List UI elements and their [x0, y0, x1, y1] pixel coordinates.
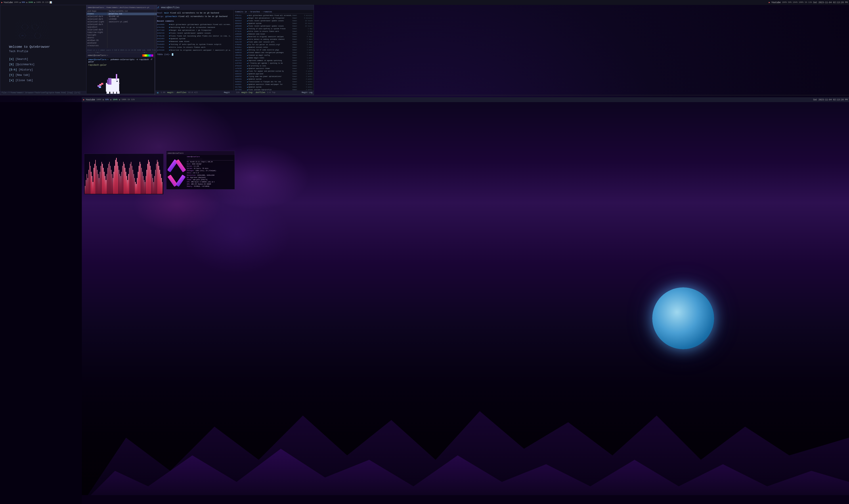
audio-bar-1 — [86, 180, 86, 194]
git-log-commit-0: 4f9c1cc ● main gitea/main github/main Fi… — [235, 14, 312, 17]
app-title-right: Youtube — [771, 1, 781, 4]
top-system-bar-right: ▶ Youtube 100% 59% 104% 100% 1% 11% Sat … — [155, 0, 849, 5]
youtube-icon-left: ▶ — [1, 1, 3, 4]
audio-bar-33 — [113, 172, 114, 194]
qute-menu-newtab[interactable]: [t] [New tab] — [9, 72, 35, 78]
audio-bar-54 — [132, 166, 132, 194]
qute-welcome: Welcome to Qutebrowser — [9, 45, 50, 49]
svg-rect-18 — [82, 495, 849, 504]
git-commit-2: ef0c50d ● Switching back to gh as screen… — [157, 26, 232, 29]
git-log-commit-1: 49b019a ● Ranger dnd optimization + qb f… — [235, 17, 312, 20]
filemanager-titlebar: emmet@snowflare: /home/emmet/.dotfiles/t… — [87, 5, 157, 10]
audio-bar-27 — [108, 164, 109, 194]
bottom-datetime: Sat 2023-11-04 02:13:20 PM — [813, 98, 848, 101]
audio-bar-77 — [152, 174, 152, 194]
audio-bar-34 — [114, 166, 115, 194]
git-log-commit-10: 5a51c50 ● Fixes qemu user session uefi E… — [235, 41, 312, 43]
audio-bar-80 — [154, 176, 155, 194]
fm-item-ubuntu[interactable]: ubuntu — [87, 36, 107, 39]
audio-bar-29 — [110, 166, 111, 194]
audio-bar-18 — [101, 166, 101, 194]
audio-bar-81 — [155, 170, 156, 194]
audio-bar-7 — [91, 172, 91, 194]
audio-bar-76 — [151, 170, 151, 194]
fm-file-yaml[interactable]: uwunicorn-yt.yaml — [107, 21, 157, 23]
stats-misc1: 100% — [36, 1, 41, 3]
svg-rect-8 — [117, 91, 120, 94]
git-commit-4: 446bfe9 ● Fixes recent qutebrowser updat… — [157, 32, 232, 35]
fm-file-readme[interactable]: README.md — [107, 15, 157, 18]
fm-item-xres[interactable]: xresources — [87, 44, 107, 47]
fm-item-sel-light[interactable]: selenized-light — [87, 21, 107, 23]
audio-bar-25 — [107, 174, 107, 194]
qute-menu-history[interactable]: [S-h] [History] — [9, 67, 35, 72]
neofetch-logo-art — [167, 156, 186, 188]
bottom-misc: 100% 1% 11% — [122, 98, 134, 101]
git-commit-10: a265580 ● Reverted to original uwunicorn… — [157, 49, 232, 52]
stats-right: 100% 59% 104% 100% 1% 11% — [782, 1, 812, 3]
audio-bar-52 — [130, 164, 130, 194]
git-commit-7: a950d60 ● Removed some bloat — [157, 40, 232, 43]
fm-file-license[interactable]: LICENSE — [107, 18, 157, 21]
pokemon-name-display: rapidash-galar — [88, 64, 153, 66]
audio-bar-40 — [120, 174, 120, 194]
qute-menu-closetab[interactable]: [x] [Close tab] — [9, 78, 35, 83]
ascii-art: · · · · · · · · · · · · · · · · · · · · … — [16, 19, 49, 41]
git-log-commit-24: 5a94d4a ● Updated system Emmet 2 weeks — [235, 78, 312, 81]
audio-bar-59 — [136, 184, 137, 194]
git-statusbar: ● 1.0k magit: .dotfiles 32:0 All Magit 1… — [155, 90, 314, 95]
fm-item-sel-dark3[interactable]: selenized-dark — [87, 23, 107, 26]
audio-bar-41 — [121, 176, 121, 194]
fm-item-sol-dark[interactable]: solarized-dark — [87, 29, 107, 31]
fm-item-twilight[interactable]: twilight — [87, 34, 107, 36]
audio-bar-56 — [133, 174, 134, 194]
git-log-title: Commits in --branches --remotes — [235, 11, 312, 14]
git-log-commit-21: b00e7d4 ● Fixes for waybar and patched c… — [235, 70, 312, 73]
fm-item-win95[interactable]: windows-95 — [87, 39, 107, 42]
audio-bar-21 — [103, 168, 104, 194]
git-log-commit-5: 5af950d ● Testing if auto-cpufreq is sys… — [235, 28, 312, 30]
git-log-commit-11: 6705048 ● Fix for nix parser on install.… — [235, 43, 312, 46]
audio-bar-35 — [115, 160, 115, 194]
fm-item-spacedust[interactable]: spacedust — [87, 26, 107, 29]
fm-item-woodland[interactable]: woodland — [87, 42, 107, 44]
fm-file-polarity[interactable]: polarity.txt — [107, 13, 157, 15]
fm-item-sel-dark1[interactable]: selenized-dark — [87, 15, 107, 18]
audio-bar-26 — [107, 168, 108, 194]
audio-bar-24 — [106, 180, 106, 194]
qute-menu-search[interactable]: [o] [Search] — [9, 57, 35, 62]
audio-bar-5 — [89, 162, 90, 194]
git-log-commit-15: c80c03a ● Cleaned up magit config Emmet … — [235, 54, 312, 57]
git-window: ⎇ emacs@dotfiles Head: main Fixed all sc… — [155, 5, 314, 95]
fm-item-sel-dark2[interactable]: selenized-dark — [87, 18, 107, 21]
moon — [652, 287, 714, 349]
git-log-commit-26: e4e5b5c ● Updated uwunicorn theme wallpa… — [235, 83, 312, 86]
qute-menu-quickmarks[interactable]: [b] [Quickmarks] — [9, 62, 35, 67]
fm-item-themes[interactable]: themes — [87, 13, 107, 15]
svg-rect-13 — [116, 81, 118, 82]
audio-bar-3 — [88, 178, 88, 194]
audio-bar-31 — [112, 174, 112, 194]
git-log-commit-19: df4eee6 ● 3d printing is cool Emmet 1 we… — [235, 65, 312, 68]
audio-bar-85 — [159, 166, 159, 194]
audio-bar-23 — [105, 176, 105, 194]
fm-item-tomorrow[interactable]: tomorrow-night — [87, 31, 107, 34]
audio-bar-38 — [118, 166, 118, 194]
datetime-right: Sat 2023-11-04 02:13:20 PM — [813, 1, 848, 4]
todos-cursor — [172, 53, 173, 56]
audio-bar-62 — [139, 166, 139, 194]
git-log-commit-13: 5dd6b19 ● Getting rid of some electron p… — [235, 49, 312, 52]
nix-logo-svg — [167, 156, 186, 189]
audio-bar-65 — [141, 168, 142, 194]
audio-bar-82 — [156, 164, 157, 194]
fm-file-bg[interactable]: background256.txt — [107, 10, 157, 13]
audio-bar-71 — [146, 170, 147, 194]
stats-left: 100% — [14, 1, 19, 3]
audio-bar-57 — [134, 178, 135, 194]
stats-sep2: ■ — [26, 1, 28, 4]
fm-item-aldhope[interactable]: ald-hope — [87, 10, 107, 13]
audio-bar-73 — [148, 160, 149, 194]
audio-bar-44 — [123, 162, 124, 194]
audio-bar-0 — [85, 186, 85, 194]
terminal-command-line: emmet@snowflare:~ pokemon-colorscripts -… — [88, 58, 153, 63]
